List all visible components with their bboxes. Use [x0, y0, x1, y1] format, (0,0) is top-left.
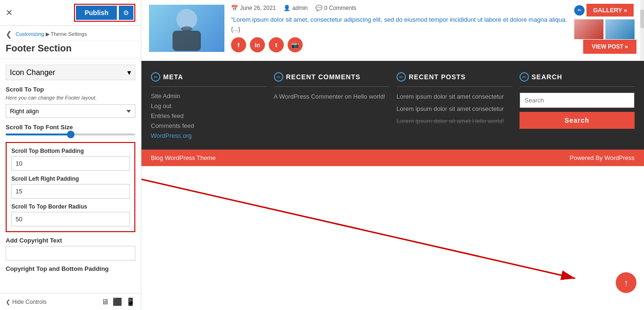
scroll-to-top-button[interactable]: ↑: [616, 272, 636, 293]
breadcrumb-customizing[interactable]: Customizing: [16, 31, 44, 37]
svg-rect-1: [173, 31, 201, 51]
linkedin-icon[interactable]: in: [250, 37, 265, 52]
hide-controls-label: Hide Controls: [12, 299, 47, 305]
svg-line-4: [141, 179, 575, 278]
gallery-thumb-2: [605, 19, 635, 39]
back-button[interactable]: ❮: [6, 30, 12, 39]
scroll-lr-padding-input[interactable]: [11, 184, 130, 199]
scroll-font-size-label: Scroll To Top Font Size: [6, 124, 135, 131]
footer-post-3: Lorem ipsum dolor sit amet Hello world!: [396, 117, 512, 126]
footer-meta-col: ✏ META Site Admin Log out Entries feed C…: [151, 72, 266, 142]
copyright-padding-label: Copyright Top and Bottom Padding: [6, 265, 135, 272]
nav-bar: ❮ Customizing ▶ Theme Settings: [0, 26, 141, 41]
posts-divider: [396, 86, 512, 87]
meta-divider: [151, 86, 266, 87]
footer-bottom: Blog WordPress Theme Powered By WordPres…: [141, 150, 644, 166]
device-icons: 🖥 ⬛ 📱: [101, 297, 135, 306]
scroll-lr-padding-label: Scroll Left Right Padding: [11, 176, 130, 182]
footer-post-1: Lorem ipsum dolor sit amet consectetur: [396, 92, 512, 101]
desktop-icon-button[interactable]: 🖥: [101, 297, 109, 306]
excerpt-ellipsis: {...}: [231, 25, 240, 33]
svg-point-2: [181, 26, 192, 31]
footer-posts-title-row: ✏ RECENT POSTS: [396, 72, 512, 82]
top-bar: ✕ Publish ⚙: [0, 0, 141, 26]
icon-changer-arrow: ▾: [127, 68, 131, 77]
mobile-icon-button[interactable]: 📱: [126, 297, 135, 306]
comments-icon: ✏: [274, 72, 283, 82]
slider-thumb[interactable]: [67, 131, 74, 138]
facebook-icon[interactable]: f: [231, 37, 246, 52]
footer-search-input[interactable]: [520, 92, 635, 108]
person-svg: [168, 6, 206, 51]
copyright-input[interactable]: [6, 246, 135, 260]
twitter-icon[interactable]: t: [269, 37, 284, 52]
panel-title: Footer Section: [0, 41, 141, 59]
footer-logout[interactable]: Log out: [151, 102, 266, 109]
footer-search-title-row: ✏ SEARCH: [520, 72, 635, 82]
icon-changer-label: Icon Changer: [10, 68, 55, 77]
footer-comments-feed[interactable]: Comments feed: [151, 122, 266, 129]
left-panel: ✕ Publish ⚙ ❮ Customizing ▶ Theme Settin…: [0, 0, 141, 310]
copyright-label: Add Copyright Text: [6, 237, 135, 244]
footer-recent-comments-col: ✏ RECENT COMMENTS A WordPress Commenter …: [274, 72, 389, 142]
search-divider: [520, 86, 635, 87]
highlighted-section: Scroll Top Bottom Padding Scroll Left Ri…: [6, 142, 135, 232]
footer-search-col: ✏ SEARCH Search: [520, 72, 635, 142]
meta-heading: META: [163, 73, 183, 81]
comments-heading: RECENT COMMENTS: [286, 73, 361, 81]
breadcrumb-section: Theme Settings: [50, 31, 87, 37]
slider-track[interactable]: [6, 134, 135, 135]
gallery-edit-icon[interactable]: ✏: [574, 5, 585, 16]
hide-controls-arrow: ❮: [6, 299, 10, 305]
tablet-icon-button[interactable]: ⬛: [113, 297, 122, 306]
gallery-area: ✏ GALLERY »: [574, 4, 635, 39]
footer-site-admin[interactable]: Site Admin: [151, 92, 266, 100]
footer-bottom-left: Blog WordPress Theme: [151, 154, 216, 161]
post-image-inner: [149, 5, 224, 52]
posts-icon: ✏: [396, 72, 406, 82]
post-comments: 💬 0 Comments: [315, 5, 356, 11]
footer-search-button[interactable]: Search: [520, 112, 635, 129]
search-heading: SEARCH: [532, 73, 562, 81]
footer-comment-1: A WordPress Commenter on Hello world!: [274, 92, 389, 101]
panel-content: Icon Changer ▾ Scroll To Top Here you ca…: [0, 59, 141, 293]
post-section: 📅 June 26, 2021 👤 admin 💬 0 Comments "Lo…: [141, 0, 644, 61]
scrollbar[interactable]: [640, 0, 644, 61]
bottom-bar: ❮ Hide Controls 🖥 ⬛ 📱: [0, 293, 141, 310]
footer-entries-feed[interactable]: Entries feed: [151, 112, 266, 119]
gallery-thumb-1: [574, 19, 603, 39]
footer-post-2: Lorem ipsum dolor sit amet consectetur: [396, 105, 512, 113]
scroll-border-radius-input[interactable]: [11, 212, 130, 226]
post-author: 👤 admin: [283, 5, 308, 11]
footer-section: ✏ META Site Admin Log out Entries feed C…: [141, 61, 644, 150]
scroll-border-radius-label: Scroll To Top Border Radius: [11, 203, 130, 210]
gallery-button[interactable]: GALLERY »: [586, 4, 634, 17]
social-icons: f in t 📷: [231, 37, 303, 52]
scroll-bottom-padding-label: Scroll Top Bottom Padding: [11, 148, 130, 154]
gear-button[interactable]: ⚙: [119, 6, 133, 20]
align-select[interactable]: Right align Left align Center align: [6, 104, 135, 118]
post-date: 📅 June 26, 2021: [231, 5, 276, 11]
gallery-thumbs: [574, 19, 635, 39]
icon-changer-bar[interactable]: Icon Changer ▾: [6, 65, 135, 80]
right-panel: 📅 June 26, 2021 👤 admin 💬 0 Comments "Lo…: [141, 0, 644, 310]
footer-wordpress-org[interactable]: WordPress.org: [151, 132, 266, 139]
instagram-icon[interactable]: 📷: [288, 37, 303, 52]
footer-meta-title-row: ✏ META: [151, 72, 266, 82]
footer-grid: ✏ META Site Admin Log out Entries feed C…: [151, 72, 635, 142]
scroll-bottom-padding-input[interactable]: [11, 156, 130, 171]
scroll-to-top-label: Scroll To Top: [6, 86, 135, 93]
meta-icon: ✏: [151, 72, 160, 82]
view-post-button[interactable]: VIEW POST »: [583, 40, 636, 54]
publish-area: Publish ⚙: [74, 4, 135, 22]
preview-content: 📅 June 26, 2021 👤 admin 💬 0 Comments "Lo…: [141, 0, 644, 310]
breadcrumb-arrow: ▶: [46, 31, 51, 37]
breadcrumb: Customizing ▶ Theme Settings: [16, 31, 87, 37]
search-icon: ✏: [520, 72, 529, 82]
footer-layout-desc: Here you can change the Footer layout.: [6, 95, 135, 101]
publish-button[interactable]: Publish: [76, 6, 117, 20]
scrollbar-thumb[interactable]: [640, 9, 644, 28]
hide-controls-button[interactable]: ❮ Hide Controls: [6, 299, 47, 305]
post-image: [149, 5, 224, 52]
close-button[interactable]: ✕: [6, 8, 13, 18]
